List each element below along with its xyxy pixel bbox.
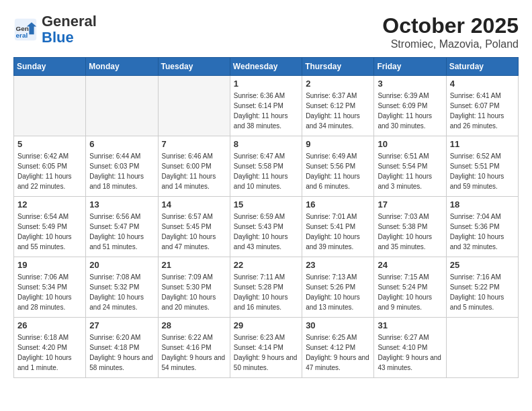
day-number: 4 xyxy=(450,79,515,89)
header-friday: Friday xyxy=(374,58,446,76)
calendar-cell: 17Sunrise: 7:03 AMSunset: 5:38 PMDayligh… xyxy=(374,197,446,257)
day-number: 15 xyxy=(234,199,298,210)
calendar-cell: 3Sunrise: 6:39 AMSunset: 6:09 PMDaylight… xyxy=(374,76,446,136)
calendar-cell: 1Sunrise: 6:36 AMSunset: 6:14 PMDaylight… xyxy=(230,76,302,136)
header-saturday: Saturday xyxy=(446,58,518,76)
calendar-cell: 21Sunrise: 7:09 AMSunset: 5:30 PMDayligh… xyxy=(158,257,230,318)
day-number: 10 xyxy=(378,139,442,149)
month-title: October 2025 xyxy=(382,13,519,38)
calendar-cell xyxy=(14,76,86,136)
day-info: Sunrise: 6:49 AMSunset: 5:56 PMDaylight:… xyxy=(306,151,370,191)
day-number: 23 xyxy=(306,260,370,270)
day-info: Sunrise: 6:56 AMSunset: 5:47 PMDaylight:… xyxy=(89,212,154,252)
svg-text:eral: eral xyxy=(16,32,28,39)
day-info: Sunrise: 6:57 AMSunset: 5:45 PMDaylight:… xyxy=(162,212,226,252)
calendar-cell: 14Sunrise: 6:57 AMSunset: 5:45 PMDayligh… xyxy=(158,197,230,257)
week-row-4: 19Sunrise: 7:06 AMSunset: 5:34 PMDayligh… xyxy=(14,257,519,318)
weekday-header-row: SundayMondayTuesdayWednesdayThursdayFrid… xyxy=(14,58,519,76)
calendar-cell: 27Sunrise: 6:20 AMSunset: 4:18 PMDayligh… xyxy=(86,318,158,378)
day-info: Sunrise: 7:06 AMSunset: 5:34 PMDaylight:… xyxy=(17,272,82,312)
logo: Gen eral GeneralBlue xyxy=(13,13,97,46)
day-info: Sunrise: 6:27 AMSunset: 4:10 PMDaylight:… xyxy=(378,332,442,373)
day-number: 3 xyxy=(378,79,442,89)
calendar-cell: 10Sunrise: 6:51 AMSunset: 5:54 PMDayligh… xyxy=(374,136,446,197)
day-number: 16 xyxy=(306,199,370,210)
calendar-cell: 26Sunrise: 6:18 AMSunset: 4:20 PMDayligh… xyxy=(14,318,86,378)
calendar-cell: 2Sunrise: 6:37 AMSunset: 6:12 PMDaylight… xyxy=(302,76,374,136)
day-number: 5 xyxy=(17,139,82,149)
day-info: Sunrise: 7:13 AMSunset: 5:26 PMDaylight:… xyxy=(306,272,370,312)
day-info: Sunrise: 7:04 AMSunset: 5:36 PMDaylight:… xyxy=(450,212,515,252)
calendar-cell: 23Sunrise: 7:13 AMSunset: 5:26 PMDayligh… xyxy=(302,257,374,318)
day-info: Sunrise: 6:46 AMSunset: 6:00 PMDaylight:… xyxy=(162,151,226,191)
day-number: 18 xyxy=(450,199,515,210)
day-number: 11 xyxy=(450,139,515,149)
logo-icon: Gen eral xyxy=(13,17,38,42)
calendar-cell: 18Sunrise: 7:04 AMSunset: 5:36 PMDayligh… xyxy=(446,197,518,257)
day-info: Sunrise: 6:52 AMSunset: 5:51 PMDaylight:… xyxy=(450,151,515,191)
day-info: Sunrise: 7:09 AMSunset: 5:30 PMDaylight:… xyxy=(162,272,226,312)
day-number: 21 xyxy=(162,260,226,270)
calendar-cell: 11Sunrise: 6:52 AMSunset: 5:51 PMDayligh… xyxy=(446,136,518,197)
day-number: 17 xyxy=(378,199,442,210)
day-number: 31 xyxy=(378,320,442,330)
day-info: Sunrise: 7:15 AMSunset: 5:24 PMDaylight:… xyxy=(378,272,442,312)
day-number: 6 xyxy=(89,139,154,149)
day-info: Sunrise: 6:42 AMSunset: 6:05 PMDaylight:… xyxy=(17,151,82,191)
day-info: Sunrise: 6:54 AMSunset: 5:49 PMDaylight:… xyxy=(17,212,82,252)
day-number: 22 xyxy=(234,260,298,270)
day-number: 1 xyxy=(234,79,298,89)
calendar-cell: 20Sunrise: 7:08 AMSunset: 5:32 PMDayligh… xyxy=(86,257,158,318)
week-row-3: 12Sunrise: 6:54 AMSunset: 5:49 PMDayligh… xyxy=(14,197,519,257)
calendar-cell: 5Sunrise: 6:42 AMSunset: 6:05 PMDaylight… xyxy=(14,136,86,197)
calendar-cell: 4Sunrise: 6:41 AMSunset: 6:07 PMDaylight… xyxy=(446,76,518,136)
calendar-cell: 6Sunrise: 6:44 AMSunset: 6:03 PMDaylight… xyxy=(86,136,158,197)
day-info: Sunrise: 6:20 AMSunset: 4:18 PMDaylight:… xyxy=(89,332,154,373)
calendar-cell: 16Sunrise: 7:01 AMSunset: 5:41 PMDayligh… xyxy=(302,197,374,257)
day-info: Sunrise: 6:22 AMSunset: 4:16 PMDaylight:… xyxy=(162,332,226,373)
calendar-cell xyxy=(446,318,518,378)
day-info: Sunrise: 7:08 AMSunset: 5:32 PMDaylight:… xyxy=(89,272,154,312)
calendar-cell: 29Sunrise: 6:23 AMSunset: 4:14 PMDayligh… xyxy=(230,318,302,378)
day-number: 8 xyxy=(234,139,298,149)
calendar-cell: 25Sunrise: 7:16 AMSunset: 5:22 PMDayligh… xyxy=(446,257,518,318)
day-info: Sunrise: 6:23 AMSunset: 4:14 PMDaylight:… xyxy=(234,332,298,373)
calendar-cell xyxy=(158,76,230,136)
calendar-cell: 9Sunrise: 6:49 AMSunset: 5:56 PMDaylight… xyxy=(302,136,374,197)
day-number: 19 xyxy=(17,260,82,270)
location-subtitle: Stromiec, Mazovia, Poland xyxy=(382,38,519,50)
calendar-cell: 12Sunrise: 6:54 AMSunset: 5:49 PMDayligh… xyxy=(14,197,86,257)
calendar-cell: 8Sunrise: 6:47 AMSunset: 5:58 PMDaylight… xyxy=(230,136,302,197)
title-block: October 2025 Stromiec, Mazovia, Poland xyxy=(382,13,519,50)
day-number: 13 xyxy=(89,199,154,210)
day-number: 20 xyxy=(89,260,154,270)
day-number: 29 xyxy=(234,320,298,330)
calendar-cell: 7Sunrise: 6:46 AMSunset: 6:00 PMDaylight… xyxy=(158,136,230,197)
page-header: Gen eral GeneralBlue October 2025 Stromi… xyxy=(13,13,519,50)
header-tuesday: Tuesday xyxy=(158,58,230,76)
calendar-cell: 15Sunrise: 6:59 AMSunset: 5:43 PMDayligh… xyxy=(230,197,302,257)
day-info: Sunrise: 6:25 AMSunset: 4:12 PMDaylight:… xyxy=(306,332,370,373)
day-number: 24 xyxy=(378,260,442,270)
header-monday: Monday xyxy=(86,58,158,76)
calendar-table: SundayMondayTuesdayWednesdayThursdayFrid… xyxy=(13,57,519,378)
day-info: Sunrise: 6:51 AMSunset: 5:54 PMDaylight:… xyxy=(378,151,442,191)
day-info: Sunrise: 6:44 AMSunset: 6:03 PMDaylight:… xyxy=(89,151,154,191)
calendar-cell: 28Sunrise: 6:22 AMSunset: 4:16 PMDayligh… xyxy=(158,318,230,378)
week-row-2: 5Sunrise: 6:42 AMSunset: 6:05 PMDaylight… xyxy=(14,136,519,197)
calendar-cell: 30Sunrise: 6:25 AMSunset: 4:12 PMDayligh… xyxy=(302,318,374,378)
calendar-cell: 13Sunrise: 6:56 AMSunset: 5:47 PMDayligh… xyxy=(86,197,158,257)
day-info: Sunrise: 6:47 AMSunset: 5:58 PMDaylight:… xyxy=(234,151,298,191)
calendar-cell: 22Sunrise: 7:11 AMSunset: 5:28 PMDayligh… xyxy=(230,257,302,318)
day-info: Sunrise: 7:16 AMSunset: 5:22 PMDaylight:… xyxy=(450,272,515,312)
header-sunday: Sunday xyxy=(14,58,86,76)
calendar-cell: 24Sunrise: 7:15 AMSunset: 5:24 PMDayligh… xyxy=(374,257,446,318)
day-number: 28 xyxy=(162,320,226,330)
day-number: 12 xyxy=(17,199,82,210)
day-info: Sunrise: 7:01 AMSunset: 5:41 PMDaylight:… xyxy=(306,212,370,252)
header-thursday: Thursday xyxy=(302,58,374,76)
day-number: 25 xyxy=(450,260,515,270)
week-row-1: 1Sunrise: 6:36 AMSunset: 6:14 PMDaylight… xyxy=(14,76,519,136)
header-wednesday: Wednesday xyxy=(230,58,302,76)
day-info: Sunrise: 6:18 AMSunset: 4:20 PMDaylight:… xyxy=(17,332,82,373)
